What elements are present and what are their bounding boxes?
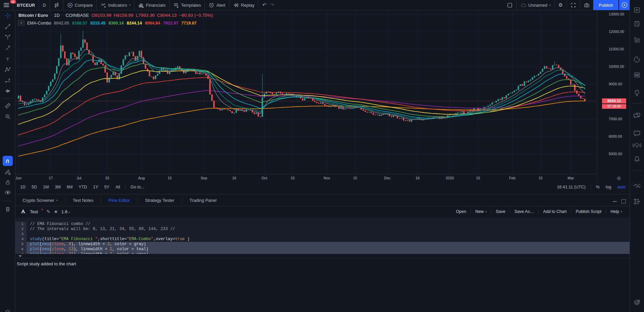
percent-scale-button[interactable]: % [593, 185, 603, 189]
calendar-button[interactable] [633, 71, 641, 79]
range-5d[interactable]: 5D [29, 185, 40, 189]
measure-tool[interactable] [5, 103, 10, 109]
auto-scale-button[interactable]: auto [614, 185, 629, 189]
favorite-star-icon[interactable]: ★ [54, 209, 58, 214]
main-menu-button[interactable]: 11 [0, 0, 13, 10]
text-tool[interactable]: T [5, 56, 10, 62]
range-1y[interactable]: 1Y [90, 185, 101, 189]
interval-button[interactable]: D [39, 0, 49, 10]
open-button[interactable]: Open [452, 209, 471, 214]
chart-style-button[interactable] [50, 0, 63, 10]
goto-button[interactable]: Go to... [128, 185, 147, 189]
screener-button[interactable] [633, 183, 641, 188]
code-line[interactable]: 2// The intervals will be: 8, 13, 21, 34… [15, 227, 630, 232]
price-chart-canvas[interactable] [15, 10, 597, 174]
symbol-button[interactable]: BTCEUR [13, 0, 39, 10]
code-text[interactable]: plot(ema(close, 8), linewidth = 2, color… [27, 242, 630, 247]
alert-button[interactable]: Alert [205, 0, 229, 10]
undo-button[interactable]: ↶ [258, 0, 270, 10]
remove-drawings-button[interactable] [5, 207, 10, 212]
rename-pencil-icon[interactable]: ✎ [46, 209, 50, 214]
maximize-panel-icon[interactable] [621, 199, 626, 204]
public-chats-button[interactable] [633, 112, 641, 119]
range-all[interactable]: All [113, 185, 123, 189]
hide-all-drawings-button[interactable] [5, 190, 11, 195]
range-6m[interactable]: 6M [64, 185, 76, 189]
trend-line-tool[interactable] [5, 24, 10, 30]
collapse-editor-icon[interactable] [18, 255, 22, 257]
watchlist-button[interactable] [634, 7, 641, 14]
code-text[interactable] [27, 232, 630, 237]
legend-interval[interactable]: 1D [54, 13, 59, 18]
templates-button[interactable]: Templates [170, 0, 205, 10]
range-5y[interactable]: 5Y [101, 185, 112, 189]
price-axis[interactable]: 8044.13 07:18:48 ⚙ 13000.0012000.0011000… [597, 10, 630, 182]
indicator-name[interactable]: EMA-Combo [27, 21, 51, 26]
new-button[interactable]: New▾ [471, 209, 491, 214]
legend-exchange[interactable]: COINBASE [66, 13, 89, 18]
replay-button[interactable]: Replay [229, 0, 258, 10]
save-button[interactable]: Save [491, 209, 510, 214]
code-text[interactable]: // The intervals will be: 8, 13, 21, 34,… [27, 227, 630, 232]
code-text[interactable]: study(title="EMA Fibonacci ",shorttitle=… [27, 237, 630, 242]
alerts-button[interactable] [633, 20, 641, 27]
code-line[interactable]: 6plot(ema(close, 13), linewidth = 2, col… [15, 247, 630, 252]
redo-button[interactable]: ↷ [270, 0, 278, 10]
range-ytd[interactable]: YTD [76, 185, 90, 189]
pine-code-editor[interactable]: 1// EMA Fibonacci combo //2// The interv… [15, 218, 630, 254]
add-to-chart-button[interactable]: Add to Chart [539, 209, 571, 214]
tab-text-notes[interactable]: Text Notes [66, 194, 101, 206]
fullscreen-button[interactable] [567, 0, 580, 10]
code-text[interactable]: // EMA Fibonacci combo // [27, 222, 630, 227]
chevron-down-icon[interactable]: ▾ [549, 4, 551, 7]
tab-strategy-tester[interactable]: Strategy Tester [138, 194, 182, 206]
dom-button[interactable] [634, 198, 640, 205]
financials-button[interactable]: Financials [134, 0, 169, 10]
ideas-button[interactable] [633, 89, 641, 97]
axis-settings-gear-icon[interactable]: ⚙ [617, 176, 621, 181]
code-line[interactable]: 5plot(ema(close, 8), linewidth = 2, colo… [15, 242, 630, 247]
snapshot-button[interactable] [580, 0, 593, 10]
clock-label[interactable]: 16:41:11 (UTC) [554, 185, 589, 189]
pitchfork-tool[interactable] [5, 35, 10, 40]
code-line[interactable]: 3 [15, 232, 630, 237]
trading-broker-button[interactable]: B [633, 299, 641, 306]
chart-properties-button[interactable]: ⚙ [555, 0, 566, 10]
range-1m[interactable]: 1M [40, 185, 52, 189]
code-line[interactable]: 4study(title="EMA Fibonacci ",shorttitle… [15, 237, 630, 242]
drawing-mode-lock-button[interactable] [5, 169, 11, 175]
magnet-mode-button[interactable] [3, 156, 13, 166]
chevron-down-icon[interactable]: ▾ [129, 4, 130, 7]
pattern-tool[interactable] [5, 67, 10, 73]
tab-crypto-screener[interactable]: Crypto Screener ▾ [15, 194, 65, 206]
indicator-collapse-button[interactable]: ▼ [18, 20, 25, 26]
compare-button[interactable]: Compare [63, 0, 96, 10]
text-notes-button[interactable] [633, 37, 641, 44]
publish-script-button[interactable]: Publish Script [571, 209, 606, 214]
range-3m[interactable]: 3M [52, 185, 63, 189]
help-button[interactable]: Help▾ [606, 209, 627, 214]
chart-area[interactable]: Bitcoin / Euro · 1D · COINBASE O8103.99 … [15, 10, 630, 182]
brush-tool[interactable] [5, 45, 10, 51]
code-line[interactable]: 1// EMA Fibonacci combo // [15, 222, 630, 227]
time-axis[interactable]: Jun17Jul15Aug15Sep16Oct15Nov15Dec1620201… [15, 174, 597, 183]
script-title[interactable]: Test [30, 209, 38, 214]
editor-resize-strip[interactable] [15, 254, 630, 258]
code-text[interactable]: plot(ema(close, 13), linewidth = 2, colo… [27, 247, 630, 252]
publish-play-button[interactable] [619, 0, 630, 10]
tab-trading-panel[interactable]: Trading Panel [182, 194, 224, 206]
lock-all-drawings-button[interactable] [5, 180, 10, 185]
pine-feed-button[interactable] [633, 56, 641, 63]
crosshair-tool[interactable] [5, 13, 10, 19]
save-as-button[interactable]: Save As… [510, 209, 538, 214]
version-selector[interactable]: 1.6 ▾ [61, 209, 70, 214]
notifications-button[interactable] [633, 155, 641, 163]
indicators-button[interactable]: Indicators ▾ [97, 0, 134, 10]
zoom-in-tool[interactable] [5, 114, 10, 120]
back-button[interactable] [5, 88, 10, 94]
symbol-title[interactable]: Bitcoin / Euro [18, 13, 48, 18]
tab-pine-editor[interactable]: Pine Editor [101, 194, 137, 206]
minimize-panel-icon[interactable] [613, 201, 617, 202]
object-tree-button[interactable] [5, 309, 11, 312]
forecast-tool[interactable] [5, 78, 10, 83]
